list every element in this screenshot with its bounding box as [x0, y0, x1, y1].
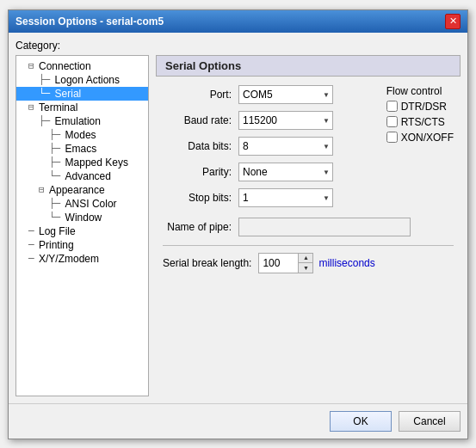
category-label: Category:: [15, 40, 461, 52]
data-bits-select-wrapper: 8 5 6 7: [238, 137, 333, 156]
sidebar-item-mapped-keys[interactable]: ├─ Mapped Keys: [16, 156, 148, 169]
port-label: Port:: [163, 89, 232, 101]
divider: [163, 245, 454, 246]
sidebar-item-modes[interactable]: ├─ Modes: [16, 128, 148, 142]
baud-rate-select-wrapper: 115200 9600 19200 38400 57600: [238, 111, 333, 130]
stop-bits-row: Stop bits: 1 1.5 2: [163, 188, 369, 207]
name-of-pipe-label: Name of pipe:: [163, 221, 232, 233]
title-bar: Session Options - serial-com5 ✕: [9, 10, 467, 33]
dtr-dsr-row: DTR/DSR: [386, 101, 454, 113]
serial-break-input[interactable]: [259, 254, 298, 273]
sidebar-item-emacs[interactable]: ├─ Emacs: [16, 142, 148, 156]
tree-connector: ├─: [49, 129, 60, 140]
tree-connector: ⊟: [39, 184, 45, 195]
tree-connector: ├─: [39, 115, 50, 126]
stop-bits-select-wrapper: 1 1.5 2: [238, 188, 333, 207]
tree-connector: ─: [28, 253, 34, 264]
tree-connector: ├─: [49, 143, 60, 154]
baud-rate-label: Baud rate:: [163, 114, 232, 126]
serial-break-spinner: ▲ ▼: [258, 253, 313, 273]
sidebar-item-appearance[interactable]: ⊟ Appearance: [16, 183, 148, 197]
sidebar-item-log-file[interactable]: ─ Log File: [16, 224, 148, 238]
serial-break-label: Serial break length:: [163, 257, 251, 269]
parity-label: Parity:: [163, 166, 232, 178]
flow-control-title: Flow control: [386, 85, 454, 97]
data-bits-label: Data bits:: [163, 140, 232, 152]
name-of-pipe-row: Name of pipe:: [163, 218, 454, 236]
baud-rate-select[interactable]: 115200 9600 19200 38400 57600: [238, 111, 333, 130]
sidebar-item-logon-actions[interactable]: ├─ Logon Actions: [16, 73, 148, 87]
right-panel: Serial Options Port: COM5 COM1: [156, 55, 461, 396]
main-content: ⊟ Connection ├─ Logon Actions └─ Serial …: [15, 55, 461, 396]
form-body: Port: COM5 COM1 COM2 COM3 COM4: [163, 85, 454, 214]
section-header: Serial Options: [156, 55, 461, 77]
data-bits-row: Data bits: 8 5 6 7: [163, 137, 369, 156]
tree-connector: ─: [28, 239, 34, 250]
session-options-window: Session Options - serial-com5 ✕ Category…: [8, 9, 468, 439]
parity-select[interactable]: None Even Odd Mark Space: [238, 163, 333, 181]
spinner-buttons: ▲ ▼: [298, 254, 312, 273]
category-tree[interactable]: ⊟ Connection ├─ Logon Actions └─ Serial …: [15, 55, 149, 396]
sidebar-item-connection[interactable]: ⊟ Connection: [16, 59, 148, 73]
rts-cts-row: RTS/CTS: [386, 116, 454, 128]
close-button[interactable]: ✕: [445, 14, 461, 29]
milliseconds-label: milliseconds: [318, 257, 374, 269]
sidebar-item-advanced[interactable]: └─ Advanced: [16, 169, 148, 183]
dtr-dsr-checkbox[interactable]: [386, 101, 398, 112]
parity-row: Parity: None Even Odd Mark Space: [163, 163, 369, 181]
sidebar-item-ansi-color[interactable]: ├─ ANSI Color: [16, 197, 148, 211]
xon-xoff-label: XON/XOFF: [401, 132, 454, 144]
cancel-button[interactable]: Cancel: [399, 411, 461, 432]
window-title: Session Options - serial-com5: [15, 15, 164, 28]
rts-cts-checkbox[interactable]: [386, 116, 398, 127]
port-select-wrapper: COM5 COM1 COM2 COM3 COM4: [238, 85, 333, 104]
baud-rate-row: Baud rate: 115200 9600 19200 38400 57600: [163, 111, 369, 130]
tree-connector: ─: [28, 225, 34, 236]
tree-connector: ├─: [49, 198, 60, 209]
xon-xoff-row: XON/XOFF: [386, 132, 454, 144]
sidebar-item-emulation[interactable]: ├─ Emulation: [16, 114, 148, 128]
data-bits-select[interactable]: 8 5 6 7: [238, 137, 333, 156]
parity-select-wrapper: None Even Odd Mark Space: [238, 163, 333, 181]
sidebar-item-xyzmodem[interactable]: ─ X/Y/Zmodem: [16, 252, 148, 266]
port-select[interactable]: COM5 COM1 COM2 COM3 COM4: [238, 85, 333, 104]
flow-control-section: Flow control DTR/DSR RTS/CTS: [386, 85, 454, 214]
tree-connector: └─: [49, 212, 60, 223]
tree-connector: ⊟: [28, 101, 34, 113]
ok-button[interactable]: OK: [330, 411, 392, 432]
stop-bits-select[interactable]: 1 1.5 2: [238, 188, 333, 207]
tree-connector: └─: [39, 88, 50, 99]
sidebar-item-window[interactable]: └─ Window: [16, 211, 148, 224]
sidebar-item-printing[interactable]: ─ Printing: [16, 238, 148, 252]
xon-xoff-checkbox[interactable]: [386, 132, 398, 143]
form-area: Port: COM5 COM1 COM2 COM3 COM4: [156, 85, 461, 396]
stop-bits-label: Stop bits:: [163, 192, 232, 204]
sidebar-item-terminal[interactable]: ⊟ Terminal: [16, 101, 148, 114]
tree-connector: ├─: [49, 156, 60, 168]
serial-break-row: Serial break length: ▲ ▼ milliseconds: [163, 253, 454, 273]
dtr-dsr-label: DTR/DSR: [401, 101, 447, 113]
tree-connector: ├─: [39, 74, 50, 85]
name-of-pipe-input[interactable]: [238, 218, 411, 236]
tree-connector: ⊟: [28, 60, 34, 71]
bottom-bar: OK Cancel: [9, 403, 467, 439]
window-body: Category: ⊟ Connection ├─ Logon Actions …: [9, 33, 467, 403]
rts-cts-label: RTS/CTS: [401, 116, 445, 128]
fields-column: Port: COM5 COM1 COM2 COM3 COM4: [163, 85, 369, 214]
spinner-down-button[interactable]: ▼: [299, 263, 312, 273]
tree-connector: └─: [49, 170, 60, 181]
spinner-up-button[interactable]: ▲: [299, 254, 312, 263]
sidebar-item-serial[interactable]: └─ Serial: [16, 87, 148, 101]
port-row: Port: COM5 COM1 COM2 COM3 COM4: [163, 85, 369, 104]
